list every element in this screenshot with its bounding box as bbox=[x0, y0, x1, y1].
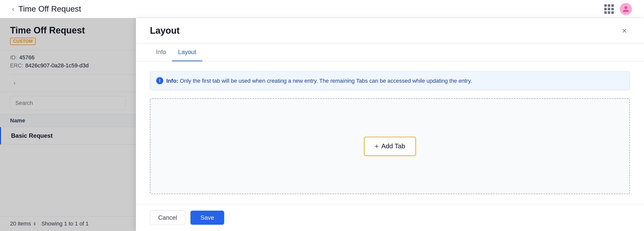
modal-header: Layout × bbox=[136, 18, 644, 43]
info-text: Info: Only the first tab will be used wh… bbox=[166, 77, 472, 85]
top-nav-right bbox=[604, 3, 632, 15]
user-icon bbox=[622, 6, 629, 13]
add-tab-button[interactable]: + Add Tab bbox=[364, 137, 416, 156]
main-content: Time Off Request CUSTOM ID: 45766 ERC: 8… bbox=[0, 18, 644, 231]
back-button[interactable]: ‹ bbox=[12, 5, 14, 13]
top-nav: ‹ Time Off Request bbox=[0, 0, 644, 18]
info-banner: i Info: Only the first tab will be used … bbox=[150, 71, 630, 90]
info-text-body: Only the first tab will be used when cre… bbox=[180, 78, 472, 84]
info-icon: i bbox=[156, 77, 163, 84]
info-text-bold: Info: bbox=[166, 78, 178, 84]
modal-body: i Info: Only the first tab will be used … bbox=[136, 61, 644, 204]
modal-footer: Cancel Save bbox=[136, 204, 644, 231]
tab-layout[interactable]: Layout bbox=[172, 43, 202, 61]
modal-panel: Layout × Info Layout i Info: Only the fi… bbox=[136, 18, 644, 231]
plus-icon: + bbox=[375, 142, 379, 150]
cancel-button[interactable]: Cancel bbox=[150, 210, 185, 225]
page-title: Time Off Request bbox=[18, 4, 81, 14]
save-button[interactable]: Save bbox=[190, 211, 224, 225]
modal-tabs: Info Layout bbox=[136, 43, 644, 61]
drop-zone[interactable]: + Add Tab bbox=[150, 98, 630, 194]
add-tab-label: Add Tab bbox=[381, 142, 405, 150]
tab-info[interactable]: Info bbox=[150, 43, 172, 61]
close-button[interactable]: × bbox=[619, 25, 630, 36]
avatar[interactable] bbox=[620, 3, 632, 15]
modal-title: Layout bbox=[150, 25, 180, 36]
top-nav-left: ‹ Time Off Request bbox=[12, 4, 81, 14]
apps-icon[interactable] bbox=[604, 4, 614, 14]
